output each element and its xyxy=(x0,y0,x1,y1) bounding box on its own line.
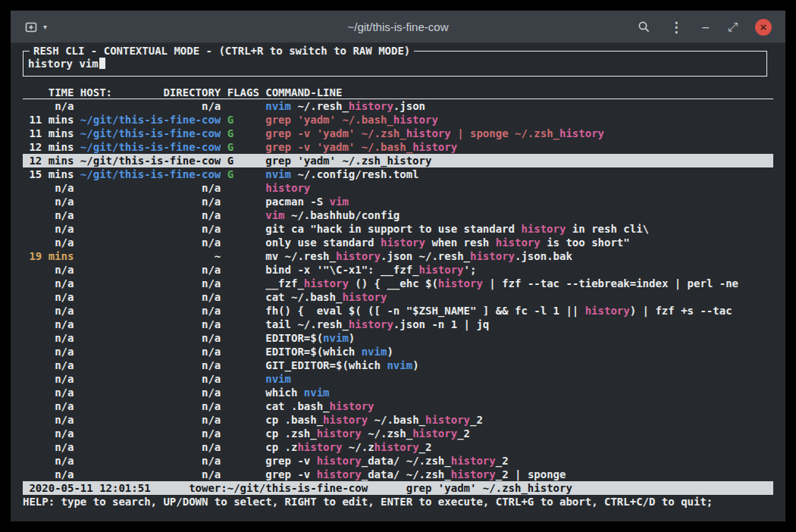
history-row[interactable]: 12 mins~/git/this-is-fine-cowGgrep -v 'y… xyxy=(23,140,773,154)
row-flags xyxy=(227,304,259,318)
history-row[interactable]: 11 mins~/git/this-is-fine-cowGgrep -v 'y… xyxy=(23,127,773,140)
kebab-menu-icon: ⋮ xyxy=(669,21,683,33)
row-time: n/a xyxy=(23,318,74,331)
history-row[interactable]: n/an/afh() { eval $( ([ -n "$ZSH_NAME" ]… xyxy=(23,304,773,318)
terminal-window: ▾ ~/git/this-is-fine-cow ⋮ – ⤢ × xyxy=(11,11,785,521)
history-row[interactable]: n/an/ahistory xyxy=(23,181,773,195)
history-row[interactable]: 11 mins~/git/this-is-fine-cowGgrep 'yadm… xyxy=(23,113,773,127)
row-host: n/a xyxy=(80,372,221,386)
history-row[interactable]: n/an/acp .zsh_history ~/.zsh_history_2 xyxy=(23,427,773,440)
row-command: cat .bash_history xyxy=(265,399,773,413)
row-host: n/a xyxy=(80,345,221,358)
row-host: n/a xyxy=(80,208,221,222)
history-row[interactable]: 19 mins~mv ~/.resh_history.json ~/.resh_… xyxy=(23,249,773,263)
row-command: cat ~/.bash_history xyxy=(265,290,773,304)
row-command: EDITOR=$(nvim) xyxy=(265,331,773,345)
row-flags xyxy=(227,208,259,222)
row-host: n/a xyxy=(80,427,221,440)
row-command: nvim xyxy=(265,372,773,386)
row-time: n/a xyxy=(23,99,74,113)
row-flags xyxy=(227,99,259,113)
row-flags xyxy=(227,236,259,249)
history-row[interactable]: n/an/acat ~/.bash_history xyxy=(23,290,773,304)
row-command: cp .zsh_history ~/.zsh_history_2 xyxy=(265,427,773,440)
row-time: 11 mins xyxy=(23,113,74,127)
history-row[interactable]: n/an/aonly use standard history when res… xyxy=(23,236,773,249)
search-box-title: RESH CLI - CONTEXTUAL MODE - (CTRL+R to … xyxy=(30,44,414,58)
search-button[interactable] xyxy=(636,19,652,35)
search-box: RESH CLI - CONTEXTUAL MODE - (CTRL+R to … xyxy=(23,51,767,77)
history-list: n/an/anvim ~/.resh_history.json11 mins~/… xyxy=(23,99,773,481)
minimize-button[interactable]: – xyxy=(700,20,710,35)
row-command: GIT_EDITOR=$(which nvim) xyxy=(265,358,773,372)
status-command: grep 'yadm' ~/.zsh_history xyxy=(406,482,572,494)
history-row[interactable]: n/an/a__fzf_history () { __ehc $(history… xyxy=(23,277,773,290)
history-row-selected[interactable]: 12 mins~/git/this-is-fine-cowGgrep 'yadm… xyxy=(23,154,773,167)
row-time: n/a xyxy=(23,372,74,386)
header-time: TIME xyxy=(23,86,74,99)
row-host: n/a xyxy=(80,386,221,399)
history-row[interactable]: n/an/apacman -S vim xyxy=(23,195,773,208)
close-button[interactable]: × xyxy=(755,19,772,36)
row-host: n/a xyxy=(80,454,221,468)
row-command: grep -v history_data/ ~/.zsh_history_2 |… xyxy=(265,468,773,481)
history-row[interactable]: n/an/agit ca "hack in support to use sta… xyxy=(23,222,773,236)
row-command: tail ~/.resh_history.json -n 1 | jq xyxy=(265,318,773,331)
row-time: n/a xyxy=(23,195,74,208)
history-row[interactable]: 15 mins~/git/this-is-fine-cowGnvim ~/.co… xyxy=(23,167,773,181)
row-host: ~/git/this-is-fine-cow xyxy=(80,167,221,181)
row-time: 12 mins xyxy=(23,140,74,154)
row-time: 12 mins xyxy=(23,154,74,167)
row-host: n/a xyxy=(80,236,221,249)
row-time: n/a xyxy=(23,304,74,318)
row-command: pacman -S vim xyxy=(265,195,773,208)
row-host: ~/git/this-is-fine-cow xyxy=(80,127,221,140)
row-time: n/a xyxy=(23,345,74,358)
history-row[interactable]: n/an/aGIT_EDITOR=$(which nvim) xyxy=(23,358,773,372)
row-command: mv ~/.resh_history.json ~/.resh_history.… xyxy=(265,249,773,263)
history-row[interactable]: n/an/aEDITOR=$(nvim) xyxy=(23,331,773,345)
menu-button[interactable]: ⋮ xyxy=(668,20,685,35)
row-host: n/a xyxy=(80,290,221,304)
status-host-path: tower:~/git/this-is-fine-cow xyxy=(189,482,368,494)
row-flags xyxy=(227,454,259,468)
terminal[interactable]: RESH CLI - CONTEXTUAL MODE - (CTRL+R to … xyxy=(11,43,785,521)
row-command: bind -x '"\C-x1": __fzf_history'; xyxy=(265,263,773,277)
history-row[interactable]: n/an/acat .bash_history xyxy=(23,399,773,413)
row-host: ~ xyxy=(80,249,221,263)
history-row[interactable]: n/an/awhich nvim xyxy=(23,386,773,399)
row-host: n/a xyxy=(80,468,221,481)
row-host: ~/git/this-is-fine-cow xyxy=(80,154,221,167)
status-bar: 2020-05-11 12:01:51tower:~/git/this-is-f… xyxy=(23,481,773,495)
history-row[interactable]: n/an/agrep -v history_data/ ~/.zsh_histo… xyxy=(23,468,773,481)
history-row[interactable]: n/an/abind -x '"\C-x1": __fzf_history'; xyxy=(23,263,773,277)
history-row[interactable]: n/an/acp .bash_history ~/.bash_history_2 xyxy=(23,413,773,427)
history-row[interactable]: n/an/anvim ~/.resh_history.json xyxy=(23,99,773,113)
row-time: n/a xyxy=(23,386,74,399)
close-icon: × xyxy=(760,20,767,33)
header-host-directory: HOST:DIRECTORY xyxy=(80,86,221,99)
row-flags xyxy=(227,222,259,236)
row-time: 15 mins xyxy=(23,167,74,181)
row-time: n/a xyxy=(23,263,74,277)
help-line: HELP: type to search, UP/DOWN to select,… xyxy=(23,495,773,509)
row-host: n/a xyxy=(80,399,221,413)
restore-button[interactable]: ⤢ xyxy=(726,20,739,35)
row-flags xyxy=(227,468,259,481)
history-row[interactable]: n/an/anvim xyxy=(23,372,773,386)
row-time: n/a xyxy=(23,454,74,468)
row-flags: G xyxy=(227,113,259,127)
history-row[interactable]: n/an/avim ~/.bashhub/config xyxy=(23,208,773,222)
search-query-text: history vim xyxy=(28,58,99,70)
row-flags xyxy=(227,277,259,290)
history-row[interactable]: n/an/agrep -v history_data/ ~/.zsh_histo… xyxy=(23,454,773,468)
row-time: n/a xyxy=(23,222,74,236)
history-row[interactable]: n/an/atail ~/.resh_history.json -n 1 | j… xyxy=(23,318,773,331)
row-host: ~/git/this-is-fine-cow xyxy=(80,140,221,154)
history-row[interactable]: n/an/aEDITOR=$(which nvim) xyxy=(23,345,773,358)
row-host: n/a xyxy=(80,99,221,113)
row-flags: G xyxy=(227,154,259,167)
header-command: COMMAND-LINE xyxy=(265,86,773,99)
row-command: vim ~/.bashhub/config xyxy=(265,208,773,222)
history-row[interactable]: n/an/acp .zhistory ~/.zhistory_2 xyxy=(23,440,773,454)
